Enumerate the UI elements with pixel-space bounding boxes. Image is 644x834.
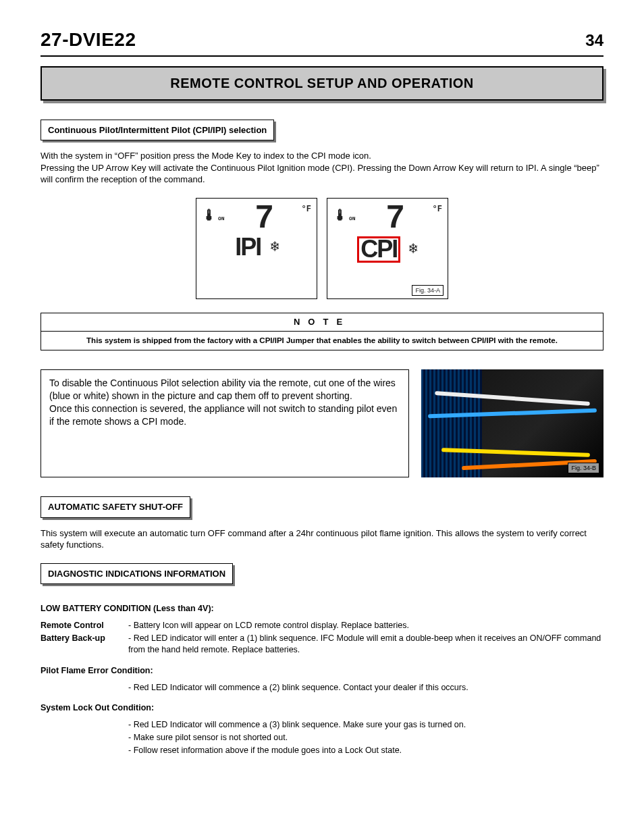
lockout-list: - Red LED Indicator will commence a (3) …: [128, 719, 603, 756]
lockout-heading: System Lock Out Condition:: [41, 702, 603, 714]
wiring-photo: Fig. 34-B: [421, 369, 603, 477]
page-number: 34: [585, 30, 603, 51]
list-item: - Red LED Indicator will commence a (3) …: [128, 719, 603, 731]
diag-label: Remote Control: [41, 620, 128, 631]
diag-row-remote: Remote Control - Battery Icon will appea…: [41, 620, 603, 631]
on-label: ON: [218, 215, 225, 221]
diag-text: - Battery Icon will appear on LCD remote…: [128, 620, 409, 631]
mode-cpi-text: CPI: [357, 236, 400, 262]
subheading-diagnostic: DIAGNOSTIC INDICATIONS INFORMATION: [41, 563, 233, 585]
intro-line1: With the system in “OFF” position press …: [41, 151, 371, 161]
unit-f: °F: [433, 204, 442, 215]
mode-ipi-text: IPI: [234, 236, 262, 258]
list-item: - Make sure pilot sensor is not shorted …: [128, 732, 603, 744]
on-label: ON: [349, 215, 356, 221]
intro-paragraph: With the system in “OFF” position press …: [41, 150, 603, 186]
diag-row-backup: Battery Back-up - Red LED indicator will…: [41, 633, 603, 656]
diag-label: Battery Back-up: [41, 633, 128, 656]
lcd-figure-row: 🌡ON 7 °F IPI ❄ 🌡ON 7 °F CPI ❄ Fig. 34-A: [41, 198, 603, 299]
unit-f: °F: [302, 204, 311, 215]
disable-instruction-box: To disable the Continuous Pilot selectio…: [41, 369, 409, 477]
doc-code: 27-DVIE22: [41, 27, 136, 53]
subheading-auto-shutoff: AUTOMATIC SAFETY SHUT-OFF: [41, 496, 190, 518]
list-item: - Red LED Indicator will commence a (2) …: [128, 682, 603, 694]
temp-digit: 7: [386, 204, 402, 230]
note-heading: NOTE: [41, 313, 603, 332]
snowflake-icon: ❄: [270, 238, 279, 258]
thermometer-icon: 🌡: [333, 208, 348, 225]
figure-label-b: Fig. 34-B: [568, 463, 599, 473]
list-item: - Follow reset information above if the …: [128, 745, 603, 756]
pcb-graphic: [421, 369, 482, 477]
temp-digit: 7: [255, 204, 271, 230]
subheading-cpi-ipi: Continuous Pilot/Intermittent Pilot (CPI…: [41, 120, 274, 141]
pilot-error-list: - Red LED Indicator will commence a (2) …: [128, 682, 603, 694]
page-header: 27-DVIE22 34: [41, 27, 603, 57]
figure-label-a: Fig. 34-A: [412, 285, 444, 296]
lcd-ipi: 🌡ON 7 °F IPI ❄: [196, 198, 317, 299]
lcd-cpi: 🌡ON 7 °F CPI ❄ Fig. 34-A: [327, 198, 448, 299]
thermometer-icon: 🌡: [202, 208, 217, 225]
section-banner: REMOTE CONTROL SETUP AND OPERATION: [41, 66, 603, 101]
low-battery-heading: LOW BATTERY CONDITION (Less than 4V):: [41, 603, 603, 615]
pilot-error-heading: Pilot Flame Error Condition:: [41, 665, 603, 677]
note-body: This system is shipped from the factory …: [41, 332, 603, 351]
snowflake-icon: ❄: [408, 240, 417, 260]
auto-shutoff-text: This system will execute an automatic tu…: [41, 527, 603, 551]
disable-row: To disable the Continuous Pilot selectio…: [41, 369, 603, 477]
diag-text: - Red LED indicator will enter a (1) bli…: [128, 633, 603, 656]
intro-line2: Pressing the UP Arrow Key will activate …: [41, 163, 599, 185]
